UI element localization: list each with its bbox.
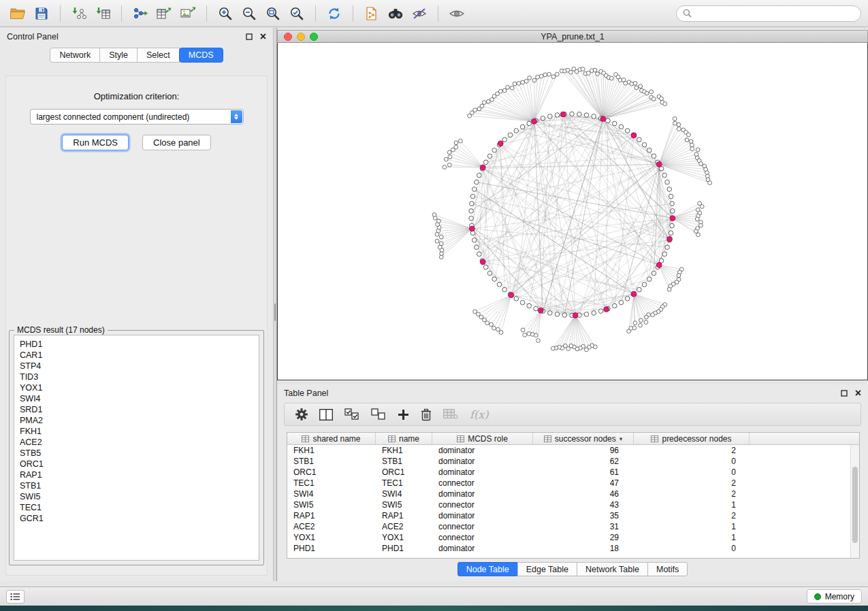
export-table-button[interactable]: [153, 3, 175, 24]
scrollbar-thumb[interactable]: [852, 467, 858, 543]
memory-button[interactable]: Memory: [807, 589, 862, 604]
minimize-window-button[interactable]: [297, 33, 305, 41]
first-neighbors-icon: [387, 7, 404, 20]
close-window-button[interactable]: [284, 33, 292, 41]
table-scrollbar[interactable]: [850, 445, 859, 558]
select-all-icon[interactable]: [344, 408, 359, 420]
table-row[interactable]: FKH1FKH1dominator962: [287, 445, 859, 456]
table-header-row: shared namenameMCDS rolesuccessor nodes▾…: [287, 433, 859, 445]
search-box[interactable]: [676, 5, 861, 22]
share-document-button[interactable]: [361, 3, 383, 24]
zoom-out-button[interactable]: [238, 3, 260, 24]
table-row[interactable]: PHD1PHD1dominator180: [287, 543, 859, 554]
save-icon: [35, 7, 48, 20]
mcds-result-node[interactable]: SWI5: [14, 491, 259, 502]
deselect-all-icon[interactable]: [371, 408, 386, 420]
table-row[interactable]: RAP1RAP1dominator352: [287, 510, 859, 521]
import-table-button[interactable]: [92, 3, 114, 24]
close-table-panel-icon[interactable]: ×: [855, 388, 861, 399]
float-table-panel-icon[interactable]: [841, 390, 848, 397]
mcds-result-node[interactable]: STB1: [14, 480, 259, 491]
close-panel-icon[interactable]: ×: [260, 31, 266, 42]
criterion-dropdown[interactable]: largest connected component (undirected): [30, 109, 244, 125]
network-window-titlebar[interactable]: YPA_prune.txt_1: [277, 30, 868, 43]
column-header-successor-nodes[interactable]: successor nodes▾: [533, 433, 634, 444]
mcds-result-node[interactable]: RAP1: [14, 469, 259, 480]
mcds-result-node[interactable]: CAR1: [14, 350, 259, 361]
zoom-selected-button[interactable]: [286, 3, 308, 24]
add-row-icon[interactable]: [398, 409, 409, 420]
status-bar: Memory: [0, 587, 868, 606]
run-mcds-button[interactable]: Run MCDS: [62, 135, 129, 150]
search-input[interactable]: [696, 9, 854, 18]
toolbar-separator: [353, 5, 353, 22]
table-panel-header: Table Panel ×: [277, 384, 868, 402]
column-header-name[interactable]: name: [376, 433, 432, 444]
zoom-in-button[interactable]: [214, 3, 236, 24]
save-button[interactable]: [31, 3, 52, 24]
mcds-result-node[interactable]: TID3: [14, 371, 259, 382]
import-network-button[interactable]: [68, 3, 90, 24]
float-panel-icon[interactable]: [246, 33, 253, 40]
cell-predecessor_nodes: 0: [634, 457, 750, 466]
network-window-title: YPA_prune.txt_1: [278, 32, 867, 42]
tab-style[interactable]: Style: [100, 48, 138, 63]
maximize-window-button[interactable]: [310, 33, 318, 41]
mcds-result-node[interactable]: ACE2: [14, 437, 259, 448]
eye-button[interactable]: [446, 3, 468, 24]
tab-node-table[interactable]: Node Table: [457, 562, 518, 576]
settings-icon[interactable]: [295, 408, 308, 420]
table-row[interactable]: ORC1ORC1dominator610: [287, 467, 859, 478]
export-image-icon: [180, 6, 196, 21]
table-row[interactable]: YOX1YOX1connector291: [287, 532, 859, 543]
tab-motifs[interactable]: Motifs: [647, 562, 688, 576]
tab-network[interactable]: Network: [50, 48, 100, 63]
export-network-button[interactable]: [129, 3, 151, 24]
cell-predecessor_nodes: 2: [634, 489, 750, 499]
mcds-result-title: MCDS result (17 nodes): [14, 325, 108, 335]
table-row[interactable]: ACE2ACE2connector311: [287, 521, 859, 532]
mcds-result-node[interactable]: STB5: [14, 448, 259, 459]
mcds-result-node[interactable]: GCR1: [14, 513, 259, 524]
mcds-result-node[interactable]: ORC1: [14, 459, 259, 469]
mcds-result-node[interactable]: FKH1: [14, 426, 259, 437]
refresh-button[interactable]: [323, 3, 345, 24]
cell-mcds_role: connector: [432, 500, 533, 510]
application-window: Control Panel × NetworkStyleSelectMCDS O…: [0, 0, 868, 606]
table-row[interactable]: SWI5SWI5connector431: [287, 499, 859, 510]
table-row[interactable]: STB1STB1dominator620: [287, 456, 859, 467]
mcds-result-node[interactable]: STP4: [14, 361, 259, 371]
cell-mcds_role: connector: [432, 478, 533, 488]
network-view-canvas[interactable]: [277, 43, 868, 380]
toolbar-separator: [438, 5, 438, 22]
mcds-result-node[interactable]: SWI4: [14, 393, 259, 404]
mcds-result-node[interactable]: YOX1: [14, 382, 259, 393]
first-neighbors-button[interactable]: [385, 3, 406, 24]
tab-edge-table[interactable]: Edge Table: [517, 562, 577, 576]
table-row[interactable]: TEC1TEC1connector472: [287, 478, 859, 489]
tab-network-table[interactable]: Network Table: [577, 562, 648, 576]
column-header-MCDS-role[interactable]: MCDS role: [432, 433, 533, 444]
mcds-result-node[interactable]: PHD1: [14, 339, 259, 350]
delete-row-icon[interactable]: [421, 408, 432, 421]
mcds-result-node[interactable]: PMA2: [14, 415, 259, 426]
tab-mcds[interactable]: MCDS: [179, 48, 223, 63]
close-panel-button[interactable]: Close panel: [142, 135, 211, 150]
column-header-predecessor-nodes[interactable]: predecessor nodes: [634, 433, 750, 444]
open-file-button[interactable]: [7, 3, 29, 24]
show-panels-button[interactable]: [6, 590, 25, 604]
import-table-icon: [95, 6, 111, 21]
control-panel-header: Control Panel ×: [0, 28, 273, 46]
mcds-result-node[interactable]: TEC1: [14, 502, 259, 513]
toolbar-separator: [60, 5, 61, 22]
column-header-shared-name[interactable]: shared name: [287, 433, 376, 444]
export-image-button[interactable]: [177, 3, 199, 24]
columns-icon[interactable]: [319, 409, 333, 420]
network-graph[interactable]: [278, 43, 867, 380]
table-row[interactable]: SWI4SWI4dominator462: [287, 489, 859, 499]
export-network-icon: [132, 6, 148, 21]
tab-select[interactable]: Select: [138, 48, 180, 63]
style-filter-button[interactable]: [408, 3, 430, 24]
mcds-result-node[interactable]: SRD1: [14, 404, 259, 415]
zoom-fit-button[interactable]: [262, 3, 284, 24]
